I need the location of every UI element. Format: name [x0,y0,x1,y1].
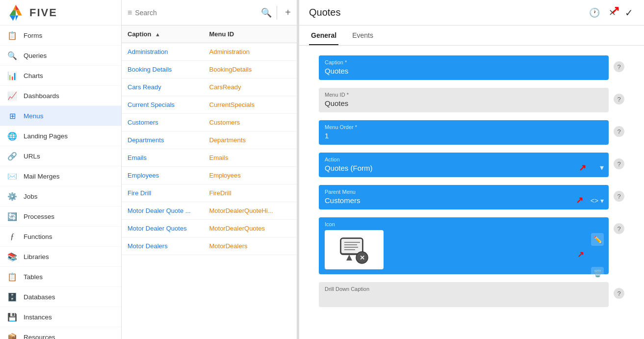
app-logo: FIVE [0,0,121,26]
svg-rect-13 [341,239,362,253]
menu-order-field-wrap: Menu Order * 1 [319,120,609,145]
sidebar-item-charts[interactable]: 📊 Charts [0,66,121,86]
search-input[interactable] [135,9,258,17]
svg-marker-1 [16,10,22,15]
sidebar-label-menus: Menus [24,112,44,120]
icon-edit-button[interactable]: ✏️ [591,233,604,246]
list-item[interactable]: Motor Dealers MotorDealers [122,237,297,255]
action-field-wrap: Action Quotes (Form) ▾ ↗ [319,153,609,177]
sidebar-item-mail-merges[interactable]: ✉️ Mail Merges [0,166,121,186]
instances-icon: 💾 [7,312,18,322]
tab-events[interactable]: Events [350,26,375,45]
sidebar-item-queries[interactable]: 🔍 Queries [0,46,121,66]
detail-header: Quotes 🕐 ✕ ✓ [299,0,644,26]
menu-order-help-button[interactable]: ? [614,126,624,137]
list-item[interactable]: Employees Employees [122,167,297,184]
list-item[interactable]: Cars Ready CarsReady [122,78,297,96]
list-item[interactable]: Administration Administration [122,43,297,61]
caption-help-button[interactable]: ? [614,61,624,72]
sidebar-item-dashboards[interactable]: 📈 Dashboards [0,86,121,106]
confirm-button[interactable]: ✓ [624,6,634,20]
chevron-down-icon: ▾ [600,197,604,205]
list-item[interactable]: Emails Emails [122,149,297,167]
landing-pages-icon: 🌐 [7,130,18,141]
menu-order-field-row: Menu Order * 1 ? [319,120,624,145]
row-menuid: Emails [209,154,291,161]
urls-icon: 🔗 [7,151,18,161]
row-menuid: Customers [209,119,291,126]
row-caption: Current Specials [128,101,209,108]
row-menuid: Employees [209,172,291,179]
sidebar-label-resources: Resources [24,334,55,339]
menu-id-field[interactable]: Menu ID * Quotes [319,88,609,112]
databases-icon: 🗄️ [7,291,18,302]
drill-down-field-wrap: Drill Down Caption [319,282,609,307]
svg-marker-4 [13,4,16,10]
row-caption: Administration [128,48,209,55]
menu-order-field[interactable]: Menu Order * 1 [319,120,609,145]
sidebar-item-resources[interactable]: 📦 Resources [0,327,121,339]
icon-delete-button[interactable]: 🗑️ [591,267,604,280]
menu-id-field-wrap: Menu ID * Quotes [319,88,609,112]
jobs-icon: ⚙️ [7,191,18,202]
mail-merges-icon: ✉️ [7,171,18,182]
icon-label: Icon [325,221,603,227]
list-item[interactable]: Motor Dealer Quotes MotorDealerQuotes [122,220,297,237]
caption-field[interactable]: Caption * Quotes [319,55,609,80]
svg-marker-2 [9,10,16,15]
action-help-button[interactable]: ? [614,158,624,169]
menu-id-help-button[interactable]: ? [614,94,624,104]
list-item[interactable]: Motor Dealer Quote ... MotorDealerQuoteH… [122,202,297,220]
caption-column-header: Caption ▲ [128,30,209,38]
sidebar-label-functions: Functions [24,233,52,240]
drill-down-field[interactable]: Drill Down Caption [319,282,609,307]
history-button[interactable]: 🕐 [588,6,601,19]
sidebar-item-instances[interactable]: 💾 Instances [0,307,121,327]
action-field[interactable]: Action Quotes (Form) ▾ ↗ [319,153,609,177]
svg-marker-18 [346,255,352,261]
row-menuid: FireDrill [209,189,291,197]
list-rows: Administration Administration Booking De… [122,43,297,339]
sidebar-item-functions[interactable]: ƒ Functions [0,227,121,247]
list-item[interactable]: Booking Details BookingDetails [122,61,297,78]
caption-label: Caption * [325,59,603,65]
list-item[interactable]: Current Specials CurrentSpecials [122,96,297,114]
sidebar-label-tables: Tables [24,273,43,281]
menu-order-label: Menu Order * [325,124,603,130]
drill-down-value [325,293,603,302]
icon-field[interactable]: Icon ✕ [319,217,609,274]
list-item[interactable]: Customers Customers [122,114,297,131]
close-button[interactable]: ✕ [608,6,617,19]
svg-marker-5 [16,15,18,21]
sidebar-item-jobs[interactable]: ⚙️ Jobs [0,186,121,207]
sidebar-item-forms[interactable]: 📋 Forms [0,26,121,46]
parent-menu-label: Parent Menu [325,189,603,195]
add-button[interactable]: + [285,7,291,18]
row-caption: Fire Drill [128,189,209,197]
sidebar-item-tables[interactable]: 📋 Tables [0,267,121,287]
list-item[interactable]: Departments Departments [122,131,297,149]
parent-menu-field[interactable]: Parent Menu Customers <> ▾ ↗ [319,185,609,209]
tab-general[interactable]: General [309,26,338,45]
action-value: Quotes (Form) [325,164,603,172]
drill-down-help-button[interactable]: ? [614,288,624,299]
sidebar-item-landing-pages[interactable]: 🌐 Landing Pages [0,126,121,146]
icon-help-button[interactable]: ? [614,223,624,234]
sidebar-item-processes[interactable]: 🔄 Processes [0,207,121,227]
row-caption: Customers [128,119,209,126]
parent-menu-help-button[interactable]: ? [614,191,624,202]
parent-menu-dropdown-icons: <> ▾ [591,197,604,205]
parent-menu-field-wrap: Parent Menu Customers <> ▾ ↗ [319,185,609,209]
menu-id-field-row: Menu ID * Quotes ? [319,88,624,112]
sidebar-item-urls[interactable]: 🔗 URLs [0,146,121,166]
caption-field-row: Caption * Quotes ? [319,55,624,80]
sidebar-item-databases[interactable]: 🗄️ Databases [0,287,121,307]
row-caption: Departments [128,136,209,144]
sidebar-label-databases: Databases [24,293,55,301]
sidebar-item-menus[interactable]: ⊞ Menus [0,106,121,126]
menu-id-value: Quotes [325,99,603,107]
list-item[interactable]: Fire Drill FireDrill [122,184,297,202]
sidebar-item-libraries[interactable]: 📚 Libraries [0,247,121,267]
filter-icon: ≡ [128,8,132,17]
list-columns-header: Caption ▲ Menu ID [122,26,297,43]
